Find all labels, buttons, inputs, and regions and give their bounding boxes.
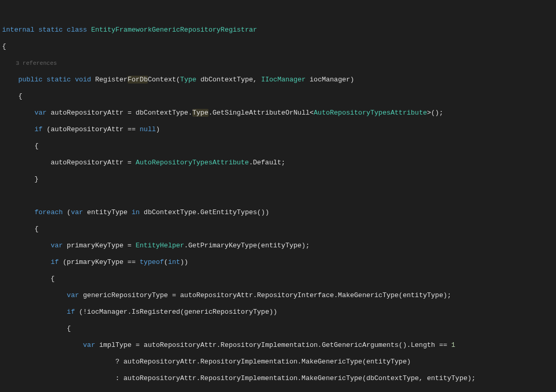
brace: { bbox=[0, 142, 556, 150]
brace: { bbox=[0, 325, 556, 333]
stmt-attr: var autoRepositoryAttr = dbContextType.T… bbox=[0, 109, 556, 117]
stmt-if-reg: if (!iocManager.IsRegistered(genericRepo… bbox=[0, 308, 556, 316]
method-decl: public static void RegisterForDbContext(… bbox=[0, 76, 556, 84]
stmt-grt: var genericRepositoryType = autoReposito… bbox=[0, 291, 556, 300]
stmt-if-int: if (primaryKeyType == typeof(int)) bbox=[0, 258, 556, 267]
stmt-if-null: if (autoRepositoryAttr == null) bbox=[0, 125, 556, 134]
stmt-tern1: ? autoRepositoryAttr.RepositoryImplement… bbox=[0, 358, 556, 366]
blank bbox=[0, 192, 556, 200]
brace: { bbox=[0, 92, 556, 101]
stmt-assign-default: autoRepositoryAttr = AutoRepositoryTypes… bbox=[0, 159, 556, 167]
codelens-refs[interactable]: 3 references bbox=[0, 59, 556, 67]
brace: } bbox=[0, 175, 556, 184]
brace: { bbox=[0, 225, 556, 233]
stmt-tern2: : autoRepositoryAttr.RepositoryImplement… bbox=[0, 374, 556, 383]
stmt-pk: var primaryKeyType = EntityHelper.GetPri… bbox=[0, 242, 556, 250]
stmt-foreach: foreach (var entityType in dbContextType… bbox=[0, 208, 556, 217]
stmt-impltype: var implType = autoRepositoryAttr.Reposi… bbox=[0, 341, 556, 349]
brace: { bbox=[0, 275, 556, 283]
brace-open: { bbox=[0, 43, 556, 51]
class-decl: internal static class EntityFrameworkGen… bbox=[0, 26, 556, 34]
